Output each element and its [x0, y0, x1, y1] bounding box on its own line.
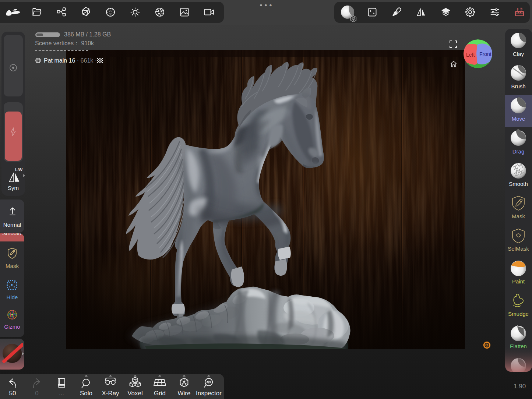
svg-text:Grid: Grid — [154, 390, 166, 397]
svg-text:0: 0 — [35, 390, 38, 397]
svg-text:SelMask: SelMask — [508, 246, 529, 252]
svg-text:Move: Move — [512, 116, 525, 122]
svg-text:Brush: Brush — [511, 83, 525, 89]
svg-text:Inspector: Inspector — [196, 390, 222, 397]
svg-text:Flatten: Flatten — [510, 343, 527, 349]
svg-text:Wire: Wire — [178, 390, 191, 397]
svg-text:Paint: Paint — [512, 278, 525, 285]
svg-text:Drag: Drag — [512, 148, 525, 155]
svg-text:Voxel: Voxel — [127, 390, 143, 397]
svg-text:...: ... — [59, 390, 64, 397]
svg-text:Solo: Solo — [80, 390, 92, 397]
svg-text:Smudge: Smudge — [508, 311, 529, 317]
svg-text:Front: Front — [479, 51, 492, 57]
svg-text:Clay: Clay — [513, 51, 524, 57]
svg-text:Left: Left — [466, 52, 475, 58]
svg-text:X-Ray: X-Ray — [102, 390, 119, 397]
svg-text:Smooth: Smooth — [509, 181, 528, 187]
svg-text:Mask: Mask — [512, 213, 525, 219]
svg-text:50: 50 — [9, 390, 16, 397]
